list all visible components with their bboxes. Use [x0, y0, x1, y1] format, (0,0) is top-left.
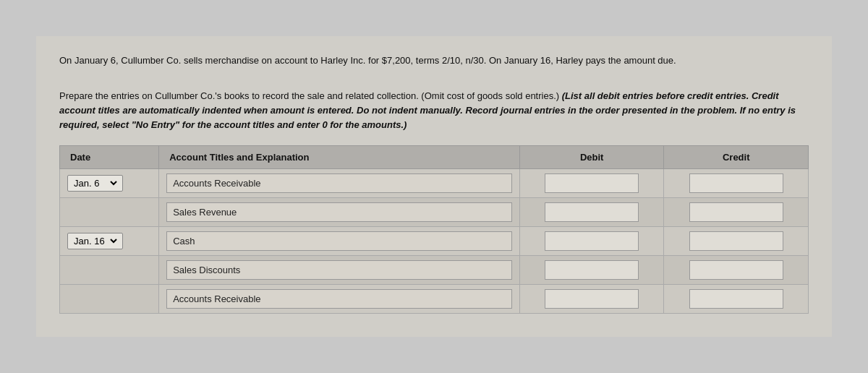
table-row: Jan. 6 Jan. 16 — [60, 168, 809, 197]
account-cell-1 — [159, 168, 520, 197]
table-row — [60, 197, 809, 226]
table-row: Jan. 16 Jan. 6 — [60, 226, 809, 255]
credit-input-3[interactable] — [689, 231, 783, 251]
instructions-normal: Prepare the entries on Cullumber Co.'s b… — [59, 90, 562, 101]
account-cell-5 — [159, 284, 520, 313]
problem-text: On January 6, Cullumber Co. sells mercha… — [59, 53, 809, 68]
account-cell-4 — [159, 255, 520, 284]
table-row — [60, 255, 809, 284]
date-cell-2 — [60, 197, 159, 226]
date-select-2[interactable]: Jan. 16 Jan. 6 — [71, 235, 119, 247]
header-account: Account Titles and Explanation — [159, 145, 520, 168]
account-cell-3 — [159, 226, 520, 255]
credit-cell-1 — [664, 168, 809, 197]
debit-input-5[interactable] — [545, 289, 639, 309]
date-cell-1: Jan. 6 Jan. 16 — [60, 168, 159, 197]
debit-cell-2 — [519, 197, 664, 226]
debit-cell-3 — [519, 226, 664, 255]
page-container: On January 6, Cullumber Co. sells mercha… — [36, 36, 832, 337]
debit-input-1[interactable] — [545, 173, 639, 193]
credit-input-2[interactable] — [689, 202, 783, 222]
date-cell-3: Jan. 16 Jan. 6 — [60, 226, 159, 255]
debit-input-3[interactable] — [545, 231, 639, 251]
credit-cell-5 — [664, 284, 809, 313]
account-input-4[interactable] — [166, 260, 512, 280]
date-select-1[interactable]: Jan. 6 Jan. 16 — [71, 177, 119, 189]
instructions-text: Prepare the entries on Cullumber Co.'s b… — [59, 89, 809, 132]
debit-cell-1 — [519, 168, 664, 197]
account-input-3[interactable] — [166, 231, 512, 251]
header-debit: Debit — [519, 145, 664, 168]
account-input-1[interactable] — [166, 173, 512, 193]
debit-cell-4 — [519, 255, 664, 284]
date-cell-4 — [60, 255, 159, 284]
header-date: Date — [60, 145, 159, 168]
credit-cell-2 — [664, 197, 809, 226]
debit-input-4[interactable] — [545, 260, 639, 280]
date-select-wrapper-2[interactable]: Jan. 16 Jan. 6 — [67, 233, 123, 249]
date-cell-5 — [60, 284, 159, 313]
debit-input-2[interactable] — [545, 202, 639, 222]
credit-input-4[interactable] — [689, 260, 783, 280]
account-input-5[interactable] — [166, 289, 512, 309]
credit-input-1[interactable] — [689, 173, 783, 193]
credit-input-5[interactable] — [689, 289, 783, 309]
credit-cell-3 — [664, 226, 809, 255]
table-row — [60, 284, 809, 313]
date-select-wrapper-1[interactable]: Jan. 6 Jan. 16 — [67, 175, 123, 192]
account-cell-2 — [159, 197, 520, 226]
credit-cell-4 — [664, 255, 809, 284]
account-input-2[interactable] — [166, 202, 512, 222]
journal-table: Date Account Titles and Explanation Debi… — [59, 145, 809, 314]
header-credit: Credit — [664, 145, 809, 168]
debit-cell-5 — [519, 284, 664, 313]
